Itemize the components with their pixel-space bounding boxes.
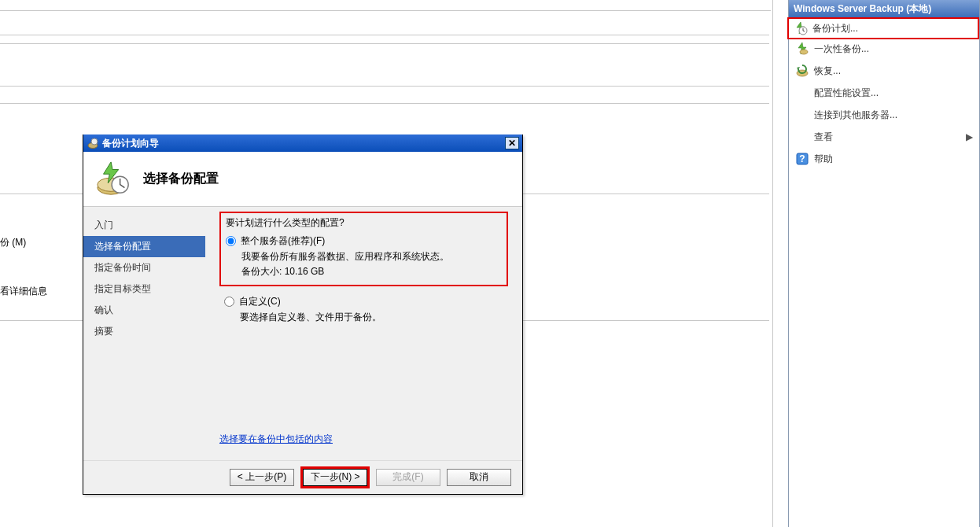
svg-point-1: [800, 50, 808, 54]
radio-custom[interactable]: [224, 297, 234, 307]
action-label: 查看: [814, 131, 833, 144]
wizard-titlebar[interactable]: 备份计划向导 ✕: [83, 135, 522, 152]
option-full-server[interactable]: 整个服务器(推荐)(F): [226, 234, 502, 248]
action-connect-server[interactable]: 连接到其他服务器...: [789, 104, 979, 126]
blank-icon: [795, 130, 809, 144]
svg-point-6: [91, 138, 98, 145]
step-summary[interactable]: 摘要: [83, 321, 205, 342]
action-label: 备份计划...: [812, 22, 858, 35]
finish-button: 完成(F): [376, 469, 440, 486]
actions-panel: Windows Server Backup (本地) 备份计划... 一次性备份…: [788, 0, 980, 527]
left-truncated-text-2: 看详细信息: [0, 285, 47, 298]
action-label: 帮助: [814, 153, 833, 166]
blank-icon: [795, 108, 809, 122]
option1-highlight: 要计划进行什么类型的配置? 整个服务器(推荐)(F) 我要备份所有服务器数据、应…: [219, 212, 508, 286]
action-backup-once[interactable]: 一次性备份...: [789, 38, 979, 60]
help-icon: ?: [795, 152, 809, 166]
option-custom-label: 自定义(C): [239, 295, 281, 308]
action-label: 配置性能设置...: [814, 87, 879, 100]
divider: [772, 0, 773, 527]
wizard-button-row: < 上一步(P) 下一步(N) > 完成(F) 取消: [83, 460, 522, 493]
step-backup-time[interactable]: 指定备份时间: [83, 257, 205, 278]
next-button-highlight: 下一步(N) >: [300, 466, 370, 488]
divider: [0, 43, 769, 44]
wizard-content: 要计划进行什么类型的配置? 整个服务器(推荐)(F) 我要备份所有服务器数据、应…: [205, 207, 522, 460]
backup-schedule-wizard: 备份计划向导 ✕ 选择备份配置 入门 选择备份配置 指定备份时间 指定目标类型 …: [83, 135, 523, 495]
backup-once-icon: [795, 42, 809, 56]
wizard-header: 选择备份配置: [83, 152, 522, 207]
action-help[interactable]: ? 帮助: [789, 148, 979, 170]
divider: [0, 10, 771, 11]
action-label: 连接到其他服务器...: [814, 109, 897, 122]
action-label: 恢复...: [814, 64, 841, 78]
divider: [0, 86, 769, 87]
wizard-heading: 选择备份配置: [143, 171, 219, 187]
select-content-link[interactable]: 选择要在备份中包括的内容: [219, 433, 508, 446]
left-truncated-text-1: 份 (M): [0, 236, 26, 249]
wizard-header-icon: [94, 160, 132, 198]
option-custom-desc: 要选择自定义卷、文件用于备份。: [240, 311, 508, 324]
radio-full-server[interactable]: [226, 236, 236, 246]
close-button[interactable]: ✕: [505, 137, 519, 149]
backup-size: 备份大小: 10.16 GB: [241, 265, 502, 278]
close-icon: ✕: [508, 138, 516, 149]
option-full-server-desc: 我要备份所有服务器数据、应用程序和系统状态。: [241, 250, 502, 264]
action-backup-schedule[interactable]: 备份计划...: [787, 17, 979, 39]
option-custom[interactable]: 自定义(C): [224, 295, 508, 308]
next-button[interactable]: 下一步(N) >: [303, 469, 367, 486]
action-perf-settings[interactable]: 配置性能设置...: [789, 82, 979, 104]
option-full-server-label: 整个服务器(推荐)(F): [241, 234, 325, 248]
wizard-title-icon: [87, 137, 99, 149]
cancel-button[interactable]: 取消: [447, 469, 511, 486]
action-view[interactable]: 查看 ▶: [789, 126, 979, 148]
divider: [0, 103, 769, 104]
back-button[interactable]: < 上一步(P): [230, 469, 294, 486]
step-select-config[interactable]: 选择备份配置: [83, 236, 205, 257]
blank-icon: [795, 86, 809, 100]
step-intro[interactable]: 入门: [83, 215, 205, 236]
recover-icon: [795, 64, 809, 78]
config-question: 要计划进行什么类型的配置?: [226, 216, 502, 230]
action-recover[interactable]: 恢复...: [789, 60, 979, 82]
svg-text:?: ?: [799, 153, 805, 164]
step-dest-type[interactable]: 指定目标类型: [83, 278, 205, 300]
action-label: 一次性备份...: [814, 42, 869, 56]
divider: [0, 35, 769, 35]
wizard-title: 备份计划向导: [102, 137, 159, 150]
panel-header: Windows Server Backup (本地): [789, 0, 979, 19]
chevron-right-icon: ▶: [966, 131, 973, 142]
wizard-body: 入门 选择备份配置 指定备份时间 指定目标类型 确认 摘要 要计划进行什么类型的…: [83, 207, 522, 460]
wizard-sidebar: 入门 选择备份配置 指定备份时间 指定目标类型 确认 摘要: [83, 207, 205, 460]
schedule-icon: [794, 21, 808, 35]
step-confirm[interactable]: 确认: [83, 300, 205, 321]
